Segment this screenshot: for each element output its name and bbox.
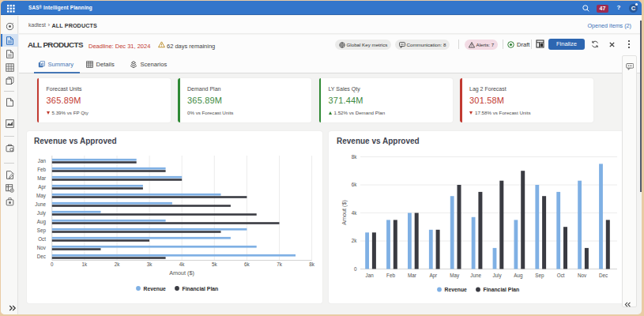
svg-text:8k: 8k	[309, 261, 315, 267]
svg-text:Nov: Nov	[578, 273, 587, 278]
svg-text:Revenue vs Approved: Revenue vs Approved	[337, 137, 420, 145]
svg-text:1k: 1k	[82, 261, 89, 267]
svg-text:Apr: Apr	[429, 273, 437, 279]
svg-text:Aug: Aug	[514, 273, 523, 279]
svg-text:Sep: Sep	[535, 273, 544, 279]
svg-text:Feb: Feb	[386, 273, 395, 278]
svg-text:2k: 2k	[352, 238, 358, 243]
svg-text:May: May	[450, 273, 460, 279]
svg-text:4k: 4k	[179, 261, 186, 267]
svg-text:July: July	[492, 273, 502, 279]
svg-text:Feb: Feb	[37, 167, 46, 172]
svg-text:0: 0	[354, 266, 357, 272]
svg-text:Mar: Mar	[408, 273, 416, 278]
svg-text:2k: 2k	[115, 261, 121, 267]
svg-text:Jan: Jan	[38, 158, 47, 164]
svg-text:Financial Plan: Financial Plan	[183, 286, 219, 292]
svg-text:6k: 6k	[244, 261, 250, 267]
svg-text:Apr: Apr	[38, 184, 46, 190]
svg-text:6k: 6k	[352, 182, 358, 187]
svg-text:June: June	[470, 273, 481, 278]
svg-text:Amout ($): Amout ($)	[169, 269, 194, 276]
svg-text:July: July	[37, 210, 47, 216]
svg-text:5k: 5k	[212, 261, 218, 267]
svg-text:8k: 8k	[352, 154, 358, 160]
svg-text:0: 0	[51, 261, 54, 267]
svg-text:June: June	[35, 201, 46, 207]
svg-text:Financial Plan: Financial Plan	[484, 287, 520, 292]
svg-text:Nov: Nov	[37, 245, 47, 250]
svg-text:4k: 4k	[352, 210, 358, 216]
svg-text:Dec: Dec	[37, 254, 46, 259]
svg-text:Revenue vs Approved: Revenue vs Approved	[34, 137, 117, 145]
svg-text:Revenue: Revenue	[144, 286, 167, 292]
svg-text:Oct: Oct	[557, 273, 565, 278]
svg-text:Jan: Jan	[366, 273, 375, 278]
svg-text:Oct: Oct	[38, 236, 46, 242]
svg-text:Dec: Dec	[599, 273, 608, 278]
svg-text:Aug: Aug	[37, 219, 47, 225]
svg-text:Amout ($): Amout ($)	[341, 200, 348, 225]
svg-text:May: May	[36, 193, 47, 199]
svg-text:3k: 3k	[147, 261, 153, 267]
svg-text:7k: 7k	[277, 261, 283, 267]
svg-text:Revenue: Revenue	[445, 287, 468, 292]
svg-text:Sep: Sep	[37, 228, 47, 234]
svg-text:Mar: Mar	[37, 175, 46, 181]
